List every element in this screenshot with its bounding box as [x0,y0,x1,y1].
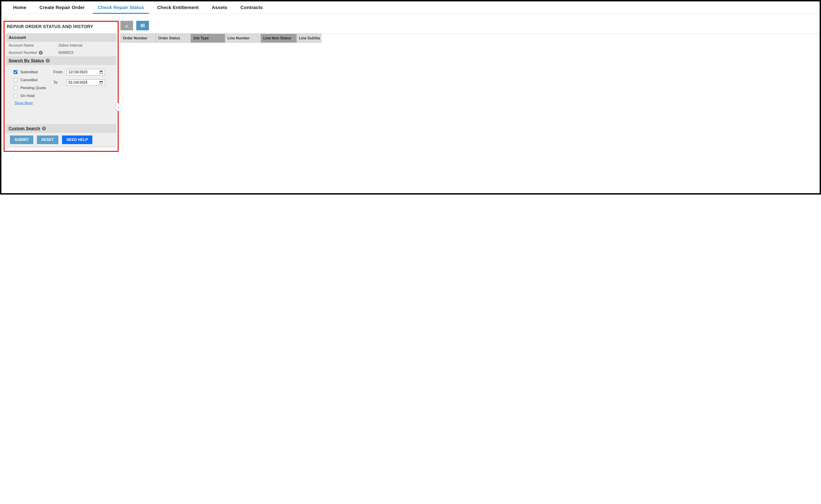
status-checkbox-cancelled[interactable] [14,78,17,82]
account-name-label: Account Name [9,43,58,48]
column-header-order-status[interactable]: Order Status [156,34,191,43]
columns-icon [140,23,145,28]
to-date-input[interactable] [67,79,105,86]
status-option: On Hold [13,92,51,100]
status-label: Cancelled [20,78,38,82]
info-icon[interactable]: i [39,51,43,55]
results-table: Order NumberOrder StatusJob TypeLine Num… [120,33,820,43]
need-help-button[interactable]: NEED HELP [62,136,92,144]
account-number-row: Account Number i 6088923 [6,49,116,56]
status-label: Pending Quote [20,86,46,90]
panel-body: Account Account Name Zebra Internal Acco… [6,33,116,146]
column-header-line-substa[interactable]: Line SubSta [296,34,321,43]
download-button[interactable] [120,21,133,30]
account-number-value: 6088923 [58,50,114,55]
status-option: Submitted [13,68,51,76]
tab-home[interactable]: Home [8,2,31,14]
status-option: Cancelled [13,76,51,84]
status-checkbox-submitted[interactable] [14,70,17,74]
search-by-status-header[interactable]: Search By Status i [6,56,116,65]
panel-title: REPAIR ORDER STATUS AND HISTORY [6,23,116,32]
to-label: To [53,80,64,85]
tab-check-repair-status[interactable]: Check Repair Status [93,2,149,14]
from-label: From [53,70,64,74]
account-name-row: Account Name Zebra Internal [6,42,116,49]
account-number-label: Account Number i [9,50,58,55]
status-checkbox-pending-quote[interactable] [14,86,17,90]
chevron-left-icon: ‹ [118,105,119,110]
tab-create-repair-order[interactable]: Create Repair Order [34,2,90,14]
account-section-header: Account [6,33,116,42]
custom-search-header[interactable]: Custom Search i [6,124,116,133]
status-label: On Hold [20,94,34,98]
svg-rect-2 [144,24,145,27]
svg-rect-1 [142,24,143,27]
account-name-value: Zebra Internal [58,43,114,48]
reset-button[interactable]: RESET [37,136,58,144]
status-option: Pending Quote [13,84,51,92]
tab-contracts[interactable]: Contracts [235,2,267,14]
left-panel-highlight: REPAIR ORDER STATUS AND HISTORY Account … [4,21,119,152]
tab-check-entitlement[interactable]: Check Entitlement [152,2,203,14]
column-header-job-type[interactable]: Job Type [191,34,225,43]
columns-button[interactable] [136,21,149,30]
collapse-handle[interactable]: ‹ [115,103,122,111]
column-header-line-item-status[interactable]: Line Item Status [261,34,296,43]
tab-assets[interactable]: Assets [207,2,232,14]
status-label: Submitted [20,70,38,74]
nav-tabs: HomeCreate Repair OrderCheck Repair Stat… [1,1,820,14]
info-icon[interactable]: i [46,59,50,63]
info-icon[interactable]: i [42,126,46,131]
download-icon [124,23,129,28]
status-checkbox-on-hold[interactable] [14,94,17,98]
column-header-order-number[interactable]: Order Number [120,34,156,43]
from-date-input[interactable] [67,69,105,75]
show-more-link[interactable]: Show More [13,100,51,105]
submit-button[interactable]: SUBMIT [10,136,33,144]
svg-rect-0 [141,24,142,27]
column-header-line-number[interactable]: Line Number [225,34,261,43]
